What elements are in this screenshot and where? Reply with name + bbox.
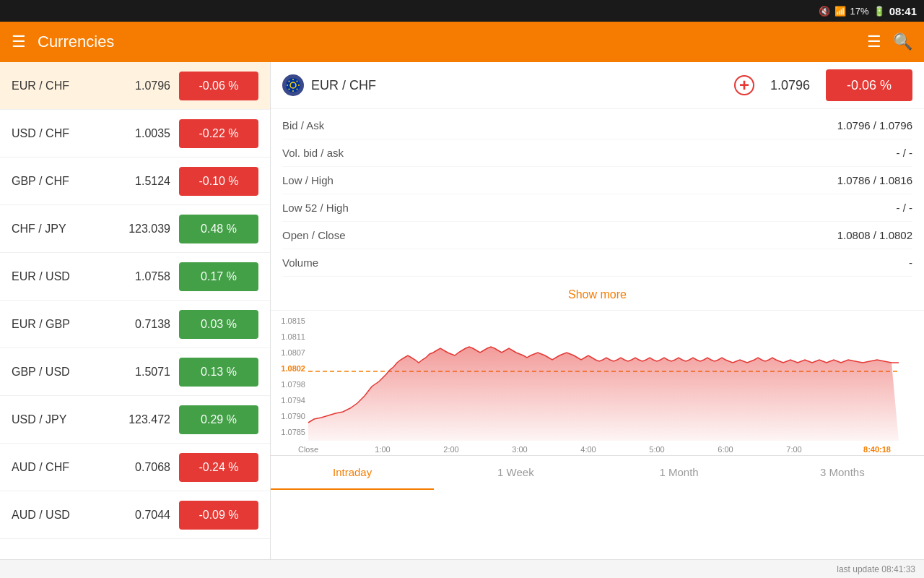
change-badge: 0.29 % [179, 405, 258, 434]
search-icon[interactable]: 🔍 [893, 33, 912, 51]
currency-pair-name: GBP / CHF [12, 175, 120, 188]
currency-row[interactable]: USD / CHF 1.0035 -0.22 % [0, 110, 270, 158]
change-badge: 0.13 % [179, 358, 258, 387]
svg-text:5:00: 5:00 [649, 445, 664, 454]
time-tabs: Intraday1 Week1 Month3 Months [271, 455, 924, 490]
mute-icon: 🔇 [819, 6, 830, 17]
change-badge: -0.09 % [179, 501, 258, 530]
bid-ask-value: 1.0796 / 1.0796 [837, 119, 912, 131]
time-tab[interactable]: 1 Week [434, 456, 597, 490]
volume-label: Volume [282, 256, 909, 269]
add-watchlist-button[interactable]: + [734, 75, 754, 95]
currency-pair-name: EUR / CHF [12, 79, 120, 92]
app-bar: ☰ Currencies ☰ 🔍 [0, 22, 924, 62]
svg-text:1.0815: 1.0815 [281, 316, 305, 325]
currency-value: 123.472 [120, 413, 170, 426]
currency-pair-name: AUD / USD [12, 509, 120, 522]
currency-row[interactable]: USD / JPY 123.472 0.29 % [0, 396, 270, 444]
low-high-row: Low / High 1.0786 / 1.0816 [282, 167, 912, 194]
svg-text:1.0807: 1.0807 [281, 348, 305, 357]
low52-high-label: Low 52 / High [282, 202, 897, 214]
currency-row[interactable]: AUD / USD 0.7044 -0.09 % [0, 491, 270, 539]
currency-row[interactable]: EUR / USD 1.0758 0.17 % [0, 253, 270, 301]
open-close-row: Open / Close 1.0808 / 1.0802 [282, 222, 912, 249]
show-more-button[interactable]: Show more [271, 280, 924, 311]
svg-text:1:00: 1:00 [375, 445, 390, 454]
time-display: 08:41 [889, 5, 917, 17]
currency-pair-name: CHF / JPY [12, 223, 120, 236]
price-chart: 1.0815 1.0811 1.0807 1.0802 1.0798 1.079… [271, 311, 920, 455]
change-badge: -0.22 % [179, 119, 258, 148]
detail-change-badge: -0.06 % [826, 69, 912, 101]
detail-current-value: 1.0796 [770, 78, 810, 93]
currency-value: 1.5071 [120, 366, 170, 379]
currency-value: 1.0035 [120, 127, 170, 140]
currency-pair-name: EUR / USD [12, 270, 120, 283]
svg-point-2 [292, 79, 294, 80]
change-badge: 0.48 % [179, 215, 258, 243]
euro-flag-icon [282, 74, 304, 96]
svg-point-3 [292, 90, 294, 92]
currency-value: 0.7138 [120, 318, 170, 331]
currency-value: 0.7068 [120, 461, 170, 474]
svg-text:1.0794: 1.0794 [281, 396, 305, 405]
svg-point-7 [297, 81, 298, 82]
currency-pair-name: AUD / CHF [12, 461, 120, 474]
currency-list: EUR / CHF 1.0796 -0.06 % USD / CHF 1.003… [0, 62, 271, 559]
currency-row[interactable]: EUR / GBP 0.7138 0.03 % [0, 301, 270, 348]
currency-pair-name: USD / JPY [12, 413, 120, 426]
svg-text:1.0798: 1.0798 [281, 380, 305, 389]
svg-text:1.0790: 1.0790 [281, 412, 305, 420]
vol-bid-ask-value: - / - [897, 147, 913, 159]
low52-high-value: - / - [897, 202, 913, 214]
svg-text:3:00: 3:00 [512, 445, 527, 454]
low-high-value: 1.0786 / 1.0816 [837, 174, 912, 186]
time-tab[interactable]: 3 Months [761, 456, 924, 490]
detail-table: Bid / Ask 1.0796 / 1.0796 Vol. bid / ask… [271, 109, 924, 280]
svg-text:1.0811: 1.0811 [281, 332, 305, 341]
open-close-label: Open / Close [282, 229, 837, 241]
change-badge: 0.17 % [179, 262, 258, 291]
svg-text:6:00: 6:00 [718, 445, 733, 454]
currency-row[interactable]: AUD / CHF 0.7068 -0.24 % [0, 444, 270, 491]
currency-pair-name: USD / CHF [12, 127, 120, 140]
currency-row[interactable]: CHF / JPY 123.039 0.48 % [0, 205, 270, 253]
filter-icon[interactable]: ☰ [867, 33, 881, 51]
volume-value: - [909, 256, 912, 269]
svg-point-4 [287, 85, 288, 86]
low-high-label: Low / High [282, 174, 837, 186]
currency-pair-name: EUR / GBP [12, 318, 120, 331]
chart-area: 1.0815 1.0811 1.0807 1.0802 1.0798 1.079… [271, 311, 924, 455]
change-badge: -0.06 % [179, 72, 258, 100]
open-close-value: 1.0808 / 1.0802 [837, 229, 912, 241]
currency-value: 1.0758 [120, 270, 170, 283]
bid-ask-label: Bid / Ask [282, 119, 837, 131]
vol-bid-ask-label: Vol. bid / ask [282, 147, 897, 159]
bottom-bar: last update 08:41:33 [0, 559, 924, 578]
change-badge: -0.24 % [179, 453, 258, 482]
currency-row[interactable]: GBP / USD 1.5071 0.13 % [0, 348, 270, 396]
svg-text:Close: Close [298, 445, 318, 454]
currency-value: 123.039 [120, 223, 170, 236]
svg-text:8:40:18: 8:40:18 [863, 445, 891, 454]
currency-value: 0.7044 [120, 509, 170, 522]
time-tab[interactable]: Intraday [271, 456, 434, 490]
last-update-text: last update 08:41:33 [837, 564, 915, 574]
svg-text:7:00: 7:00 [786, 445, 801, 454]
status-bar: 🔇 📶 17% 🔋 08:41 [0, 0, 924, 22]
detail-header: EUR / CHF + 1.0796 -0.06 % [271, 62, 924, 109]
menu-icon[interactable]: ☰ [12, 33, 26, 51]
svg-text:2:00: 2:00 [443, 445, 458, 454]
main-content: EUR / CHF 1.0796 -0.06 % USD / CHF 1.003… [0, 62, 924, 559]
currency-row[interactable]: EUR / CHF 1.0796 -0.06 % [0, 62, 270, 110]
svg-point-9 [297, 89, 298, 90]
detail-panel: EUR / CHF + 1.0796 -0.06 % Bid / Ask 1.0… [271, 62, 924, 559]
svg-point-5 [298, 85, 300, 86]
currency-row[interactable]: GBP / CHF 1.5124 -0.10 % [0, 158, 270, 205]
change-badge: 0.03 % [179, 310, 258, 339]
currency-value: 1.5124 [120, 175, 170, 188]
battery-icon: 🔋 [873, 6, 885, 17]
detail-pair-name: EUR / CHF [311, 78, 727, 93]
wifi-icon: 📶 [834, 6, 846, 17]
time-tab[interactable]: 1 Month [598, 456, 761, 490]
